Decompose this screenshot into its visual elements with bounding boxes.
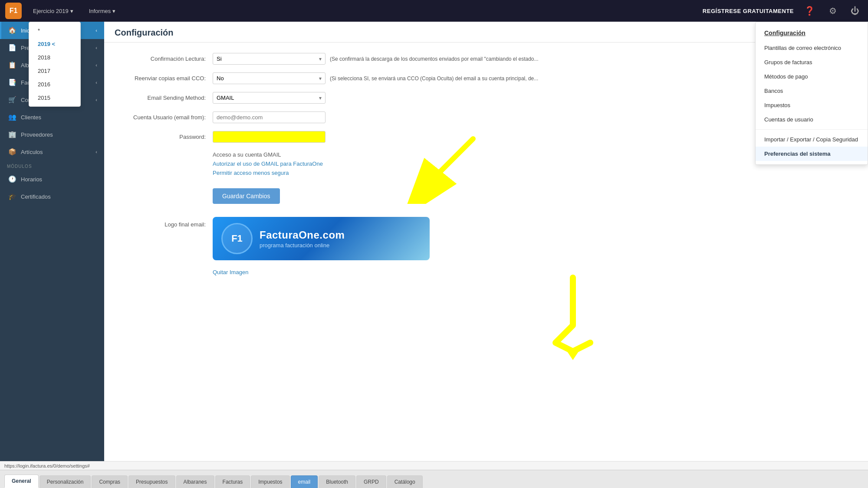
- sidebar-expand-icon: ‹: [95, 62, 97, 68]
- reenviar-select[interactable]: No Si: [213, 73, 316, 84]
- svg-marker-0: [564, 347, 582, 360]
- sending-row: Email Sending Method: GMAIL SMTP ▾: [117, 92, 855, 104]
- sidebar-item-label: Certificados: [21, 193, 51, 200]
- power-icon-btn[interactable]: ⏻: [847, 4, 863, 18]
- sidebar-item-artículos[interactable]: 📦Artículos‹: [0, 143, 104, 160]
- bottom-tab-grpd[interactable]: GRPD: [356, 475, 386, 488]
- cuenta-row: Cuenta Usuario (email from):: [117, 111, 855, 123]
- bottom-tab-email[interactable]: email: [291, 475, 318, 488]
- bottom-tab-albaranes[interactable]: Albaranes: [176, 475, 214, 488]
- reenviar-hint: (Si selecciona SI, se enviará una CCO (C…: [330, 75, 538, 82]
- ejercicio-chevron-icon: ▾: [70, 8, 73, 14]
- settings-dropdown-item[interactable]: Impuestos: [756, 98, 868, 112]
- confirmacion-select-wrap[interactable]: Si No ▾: [213, 53, 326, 65]
- sidebar-modules-label: MÓDULOS: [0, 160, 104, 170]
- remove-image-link[interactable]: Quitar Imagen: [213, 269, 855, 275]
- sidebar-icon: 📋: [8, 61, 16, 69]
- bottom-tab-presupuestos[interactable]: Presupuestos: [128, 475, 175, 488]
- logo-image: F1 FacturaOne.com programa facturación o…: [213, 217, 430, 260]
- sidebar-icon: 🕐: [8, 175, 16, 183]
- status-url: https://login.ifactura.es/0/demo/setting…: [4, 463, 90, 468]
- settings-dropdown-item[interactable]: Importar / Exportar / Copia Seguridad: [756, 132, 868, 147]
- status-bar: https://login.ifactura.es/0/demo/setting…: [0, 461, 868, 470]
- reenviar-row: Reenviar copias email CCO: No Si ▾ (Si s…: [117, 72, 855, 84]
- help-icon-btn[interactable]: ❓: [801, 4, 819, 18]
- settings-dropdown-item[interactable]: Cuentas de usuario: [756, 112, 868, 127]
- sidebar-icon: 🏠: [8, 26, 16, 34]
- cuenta-input[interactable]: [213, 111, 326, 123]
- sidebar-item-label: Artículos: [21, 149, 43, 155]
- sending-label: Email Sending Method:: [117, 95, 213, 101]
- reenviar-select-arrow-icon: ▾: [316, 75, 325, 82]
- sidebar-icon: 🎓: [8, 193, 16, 200]
- logo-circle-icon: F1: [221, 223, 253, 254]
- reenviar-select-wrap[interactable]: No Si ▾: [213, 72, 326, 84]
- gmail-link-2[interactable]: Permitir acceso menos segura: [213, 170, 855, 176]
- bottom-tab-general[interactable]: General: [4, 475, 39, 488]
- settings-dropdown-item[interactable]: Grupos de facturas: [756, 55, 868, 69]
- informes-label: Informes: [89, 8, 111, 14]
- acceso-text: Acceso a su cuenta GMAIL: [213, 151, 281, 158]
- logo-company-name: FacturaOne.com: [260, 229, 345, 241]
- sidebar-icon: 👥: [8, 113, 16, 121]
- gmail-section: Acceso a su cuenta GMAIL Autorizar el us…: [117, 151, 855, 176]
- sidebar-icon: 📄: [8, 44, 16, 52]
- save-button[interactable]: Guardar Cambios: [213, 188, 280, 204]
- sidebar-item-proveedores[interactable]: 🏢Proveedores: [0, 126, 104, 143]
- year-dropdown: *2019 <2018201720162015: [29, 22, 81, 107]
- logo-sub-text: programa facturación online: [260, 242, 345, 249]
- sidebar-icon: 🏢: [8, 131, 16, 138]
- logo-text-block: FacturaOne.com programa facturación onli…: [260, 229, 345, 249]
- page-title: Configuración: [115, 28, 174, 38]
- settings-dropdown-divider: [756, 129, 868, 130]
- password-label: Password:: [117, 134, 213, 140]
- sidebar-icon: 🛒: [8, 96, 16, 104]
- confirmacion-select-arrow-icon: ▾: [316, 56, 325, 62]
- form-area: Confirmación Lectura: Si No ▾ (Se confir…: [104, 43, 868, 286]
- settings-dropdown-item[interactable]: Plantillas de correo electrónico: [756, 41, 868, 55]
- sidebar-item-clientes[interactable]: 👥Clientes: [0, 108, 104, 126]
- password-input[interactable]: [213, 131, 326, 143]
- sidebar-icon: 📑: [8, 79, 16, 86]
- reenviar-label: Reenviar copias email CCO:: [117, 75, 213, 82]
- sending-select[interactable]: GMAIL SMTP: [213, 92, 316, 103]
- year-option[interactable]: *: [29, 24, 80, 37]
- sidebar-item-label: Horarios: [21, 176, 42, 183]
- register-button[interactable]: REGÍSTRESE GRATUITAMENTE: [703, 8, 794, 14]
- year-option[interactable]: 2018: [29, 51, 80, 64]
- settings-dropdown-item[interactable]: Métodos de pago: [756, 69, 868, 84]
- sidebar-expand-icon: ‹: [95, 149, 97, 154]
- year-option[interactable]: 2019 <: [29, 37, 80, 51]
- sidebar-expand-icon: ‹: [95, 45, 97, 50]
- settings-dropdown-item[interactable]: Preferencias del sistema: [756, 147, 868, 161]
- year-option[interactable]: 2017: [29, 64, 80, 78]
- bottom-tab-facturas[interactable]: Facturas: [215, 475, 250, 488]
- bottom-tab-catálogo[interactable]: Catálogo: [387, 475, 423, 488]
- sending-select-wrap[interactable]: GMAIL SMTP ▾: [213, 92, 326, 104]
- sidebar-expand-icon: ‹: [95, 80, 97, 85]
- password-row: Password:: [117, 131, 855, 143]
- bottom-tab-bluetooth[interactable]: Bluetooth: [319, 475, 355, 488]
- sidebar-expand-icon: ‹: [95, 28, 97, 33]
- ejercicio-label: Ejercicio 2019: [33, 8, 69, 14]
- sidebar-item-label: Proveedores: [21, 131, 53, 138]
- sidebar-item-certificados[interactable]: 🎓Certificados: [0, 188, 104, 205]
- ejercicio-dropdown-btn[interactable]: Ejercicio 2019 ▾: [29, 5, 78, 17]
- app-body: 🏠Inicio‹📄Presupuestos‹📋Albaranes‹📑Factur…: [0, 22, 868, 470]
- confirmacion-label: Confirmación Lectura:: [117, 56, 213, 62]
- page-header: Configuración: [104, 22, 868, 43]
- settings-dropdown-item[interactable]: Bancos: [756, 84, 868, 98]
- confirmacion-row: Confirmación Lectura: Si No ▾ (Se confir…: [117, 53, 855, 65]
- bottom-tab-impuestos[interactable]: Impuestos: [251, 475, 289, 488]
- informes-chevron-icon: ▾: [112, 8, 115, 14]
- arrow-annotation-2: [538, 273, 608, 360]
- settings-icon-btn[interactable]: ⚙: [825, 4, 840, 18]
- sidebar-item-horarios[interactable]: 🕐Horarios: [0, 170, 104, 188]
- bottom-tab-personalización[interactable]: Personalización: [39, 475, 91, 488]
- bottom-tab-compras[interactable]: Compras: [92, 475, 128, 488]
- year-option[interactable]: 2015: [29, 91, 80, 105]
- year-option[interactable]: 2016: [29, 78, 80, 91]
- top-navigation: F1 Ejercicio 2019 ▾ Informes ▾ REGÍSTRES…: [0, 0, 868, 22]
- confirmacion-select[interactable]: Si No: [213, 53, 316, 64]
- informes-dropdown-btn[interactable]: Informes ▾: [85, 5, 120, 17]
